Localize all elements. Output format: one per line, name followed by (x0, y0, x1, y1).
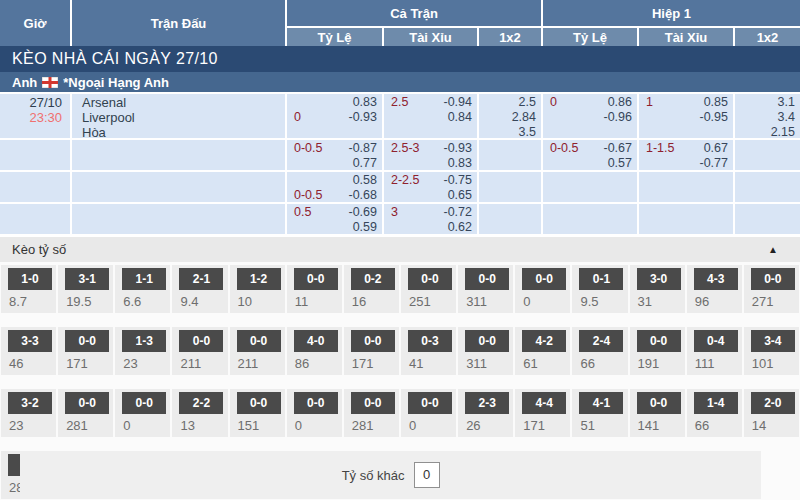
score-chip[interactable]: 1-2 (237, 268, 281, 290)
league-header[interactable]: Anh *Ngoại Hạng Anh (0, 72, 800, 94)
score-odds-cell[interactable]: 0-011 (287, 265, 342, 313)
score-chip[interactable]: 4-3 (694, 268, 738, 290)
score-chip[interactable]: 0-0 (237, 392, 281, 414)
score-odds-cell[interactable]: 0-0311 (458, 327, 513, 375)
score-odds-cell[interactable]: 1-323 (115, 327, 170, 375)
odds-cell[interactable]: 2.5-0.940.84 (384, 94, 479, 138)
score-odds-cell[interactable]: 2-466 (572, 327, 627, 375)
odds-cell[interactable]: 0.5-0.690.59 (287, 204, 384, 234)
score-chip[interactable]: 0-0 (351, 330, 395, 352)
score-odds-cell[interactable]: 1-466 (687, 389, 742, 437)
odds-cell[interactable]: 0.580-0.5-0.68 (287, 172, 384, 202)
score-odds-cell[interactable]: 1-210 (230, 265, 285, 313)
score-chip[interactable]: 0-1 (579, 268, 623, 290)
score-chip[interactable]: 0-0 (351, 392, 395, 414)
score-chip[interactable]: 0-0 (637, 392, 681, 414)
score-chip[interactable]: 4-1 (579, 392, 623, 414)
score-chip[interactable]: 0-0 (751, 268, 795, 290)
odds-cell[interactable]: 2.5-3-0.930.83 (384, 140, 479, 170)
score-odds-cell[interactable]: 0-0171 (58, 327, 113, 375)
score-odds-cell[interactable]: 2-213 (172, 389, 227, 437)
score-chip[interactable]: 1-4 (694, 392, 738, 414)
score-odds-cell[interactable]: 3-223 (1, 389, 56, 437)
score-odds-cell[interactable]: 0-00 (401, 389, 456, 437)
score-chip[interactable]: 2-0 (751, 392, 795, 414)
score-chip[interactable]: 0-0 (637, 330, 681, 352)
score-chip[interactable]: 2-4 (579, 330, 623, 352)
collapse-arrow-icon[interactable]: ▲ (768, 244, 778, 255)
score-odds-cell[interactable]: 1-08.7 (1, 265, 56, 313)
score-chip[interactable]: 0-0 (522, 268, 566, 290)
score-odds-cell[interactable]: 0-0311 (458, 265, 513, 313)
odds-cell[interactable]: 2.52.843.5 (479, 94, 543, 138)
score-odds-cell[interactable]: 1-16.6 (115, 265, 170, 313)
score-odds-cell[interactable]: 0-0211 (230, 327, 285, 375)
score-odds-cell[interactable]: 0-0211 (172, 327, 227, 375)
score-chip[interactable]: 1-3 (122, 330, 166, 352)
score-odds-cell[interactable]: 0-0191 (630, 327, 685, 375)
score-odds-cell[interactable]: 3-031 (630, 265, 685, 313)
score-chip[interactable]: 3-3 (8, 330, 52, 352)
score-chip[interactable]: 0-3 (408, 330, 452, 352)
score-odds-cell[interactable]: 4-396 (687, 265, 742, 313)
score-odds-cell[interactable]: 0-0141 (630, 389, 685, 437)
score-chip[interactable]: 0-0 (65, 392, 109, 414)
score-odds-cell[interactable]: 2-326 (458, 389, 513, 437)
score-chip[interactable]: 3-0 (637, 268, 681, 290)
odds-cell[interactable]: 10.85-0.95 (639, 94, 735, 138)
odds-cell[interactable]: 3-0.720.62 (384, 204, 479, 234)
score-chip[interactable]: 0-4 (694, 330, 738, 352)
score-odds-cell[interactable]: 4-151 (572, 389, 627, 437)
odds-cell[interactable]: 1-1.50.67-0.77 (639, 140, 735, 170)
score-chip[interactable]: 1-1 (122, 268, 166, 290)
score-chip[interactable]: 4-2 (522, 330, 566, 352)
score-odds-cell[interactable]: 4-261 (515, 327, 570, 375)
score-odds-cell[interactable]: 0-00 (115, 389, 170, 437)
score-chip[interactable]: 0-0 (465, 268, 509, 290)
odds-cell[interactable]: 3.13.42.15 (735, 94, 800, 138)
odds-cell[interactable]: 0-0.5-0.670.57 (543, 140, 639, 170)
score-chip[interactable]: 2-1 (179, 268, 223, 290)
score-odds-cell[interactable]: 4-086 (287, 327, 342, 375)
score-chip[interactable]: 0-0 (122, 392, 166, 414)
score-chip[interactable]: 0-0 (65, 330, 109, 352)
score-odds-cell[interactable]: 0-0151 (230, 389, 285, 437)
odds-cell[interactable]: 0-0.5-0.870.77 (287, 140, 384, 170)
other-score-value-box[interactable]: 0 (414, 462, 440, 488)
score-chip[interactable]: 0-0 (408, 268, 452, 290)
score-odds-cell[interactable]: 0-00 (515, 265, 570, 313)
score-chip[interactable]: 0-2 (351, 268, 395, 290)
score-chip[interactable]: 3-2 (8, 392, 52, 414)
score-chip[interactable]: 3-4 (751, 330, 795, 352)
odds-cell[interactable]: 0.830-0.93 (287, 94, 384, 138)
score-odds-cell[interactable]: 3-4101 (744, 327, 799, 375)
score-odds-cell[interactable]: 0-00 (287, 389, 342, 437)
score-odds-cell[interactable]: 0-0281 (344, 389, 399, 437)
score-chip[interactable]: 1-0 (8, 268, 52, 290)
score-chip[interactable]: 0-0 (465, 330, 509, 352)
score-chip[interactable]: 2-3 (465, 392, 509, 414)
score-chip[interactable]: 0-0 (237, 330, 281, 352)
score-odds-cell[interactable]: 0-19.5 (572, 265, 627, 313)
score-odds-cell[interactable]: 3-119.5 (58, 265, 113, 313)
score-odds-cell[interactable]: 0-0171 (344, 327, 399, 375)
score-chip[interactable]: 3-1 (65, 268, 109, 290)
score-odds-cell[interactable]: 0-0271 (744, 265, 799, 313)
score-chip[interactable]: 4-4 (522, 392, 566, 414)
score-odds-cell[interactable]: 0-0281 (58, 389, 113, 437)
score-section-header[interactable]: Kèo tỷ số ▲ (0, 236, 800, 262)
score-odds-cell[interactable]: 0-4111 (687, 327, 742, 375)
score-odds-cell[interactable]: 0-216 (344, 265, 399, 313)
score-chip[interactable]: 0-0 (408, 392, 452, 414)
score-odds-cell[interactable]: 2-014 (744, 389, 799, 437)
score-chip[interactable]: 2-2 (179, 392, 223, 414)
score-odds-cell[interactable]: 0-341 (401, 327, 456, 375)
score-odds-cell[interactable]: 0-0251 (401, 265, 456, 313)
score-odds-cell[interactable]: 4-4171 (515, 389, 570, 437)
score-chip[interactable]: 0-0 (294, 392, 338, 414)
score-odds-cell[interactable]: 2-19.4 (172, 265, 227, 313)
score-chip[interactable]: 4-0 (294, 330, 338, 352)
odds-cell[interactable]: 2-2.5-0.750.65 (384, 172, 479, 202)
score-chip[interactable]: 0-0 (294, 268, 338, 290)
odds-cell[interactable]: 00.86-0.96 (543, 94, 639, 138)
